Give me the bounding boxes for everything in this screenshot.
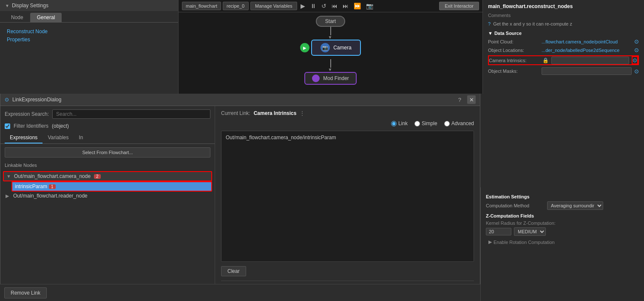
camera-node-container[interactable]: ▶ 📷 Camera xyxy=(300,40,361,56)
sp-kernel-radius-row: Kernel Radius for Z-Computation: xyxy=(486,221,639,226)
dialog-icon: ⊙ xyxy=(5,97,9,103)
sp-rotation-row[interactable]: ▶ Enable Rotation Computation xyxy=(486,238,639,247)
modfinder-icon xyxy=(312,75,320,82)
tab-variables[interactable]: Variables xyxy=(43,132,74,143)
expression-search-label: Expression Search: xyxy=(5,111,49,117)
filter-identifiers-value: (object) xyxy=(52,123,69,129)
search-row: Expression Search: xyxy=(0,106,215,122)
pause-icon[interactable]: ⏸ xyxy=(309,2,318,10)
sp-computation-method-row: Computation Method Averaging surroundir xyxy=(486,201,639,210)
sp-kernel-quality-select[interactable]: MEDIUM xyxy=(514,227,546,236)
sp-z-computation-title: Z-Computation Fields xyxy=(486,213,639,218)
sp-estimation-settings-title: Estimation Settings xyxy=(486,194,639,199)
forward-icon[interactable]: ⏩ xyxy=(352,2,363,10)
expression-search-input[interactable] xyxy=(52,109,210,119)
camera-intrinsics-input[interactable] xyxy=(551,57,629,64)
object-locations-value: ...der_node/labelledPose2dSequence xyxy=(542,48,632,53)
camera-node[interactable]: 📷 Camera xyxy=(311,40,361,56)
data-source-triangle: ▼ xyxy=(488,31,493,36)
tree-node-2[interactable]: ▶ Out/main_flowchart.reader_node xyxy=(3,192,212,200)
filter-identifiers-checkbox[interactable] xyxy=(5,123,10,129)
expand-icon-2: ▶ xyxy=(6,193,11,199)
object-masks-input[interactable] xyxy=(542,67,632,75)
tab-node[interactable]: Node xyxy=(4,13,30,22)
camera-node-label: Camera xyxy=(333,45,352,51)
modfinder-node-container[interactable]: Mod Finder xyxy=(304,72,357,85)
sp-computation-method-label: Computation Method xyxy=(486,203,545,208)
sp-computation-method-select[interactable]: Averaging surroundir xyxy=(547,201,603,210)
rp-object-locations-row: Object Locations: ...der_node/labelledPo… xyxy=(488,47,639,53)
start-node[interactable]: Start xyxy=(316,16,345,27)
reconstruct-node-link[interactable]: Reconstruct Node Properties xyxy=(0,23,178,49)
rp-point-cloud-row: Point Cloud: ...flowchart.camera_node/po… xyxy=(488,38,639,45)
filter-row: Filter Identifiers (object) xyxy=(0,122,215,132)
exit-interactor-button[interactable]: Exit Interactor xyxy=(439,2,479,10)
tree-container: ▼ Out/main_flowchart.camera_node 2 intri… xyxy=(0,169,215,301)
sp-kernel-radius-input[interactable] xyxy=(486,228,511,235)
tree-child-node-1-badge: 1 xyxy=(49,184,56,189)
flowchart-area: main_flowchart recipe_0 Manage Variables… xyxy=(179,0,482,94)
ds-tabs: Node General xyxy=(0,13,178,23)
play-icon[interactable]: ▶ xyxy=(299,2,307,10)
select-from-flowchart-button[interactable]: Select From Flowchart... xyxy=(5,147,210,158)
right-panel: main_flowchart.reconstruct_nodes Comment… xyxy=(482,0,644,94)
tree-node-1[interactable]: ▼ Out/main_flowchart.camera_node 2 xyxy=(3,171,212,181)
point-cloud-label: Point Cloud: xyxy=(488,39,539,44)
sp-kernel-inputs-row: MEDIUM xyxy=(486,227,639,236)
camera-icon: 📷 xyxy=(321,43,330,52)
link-expression-dialog: ⊙ LinkExpressionDialog ? ✕ Expression Se… xyxy=(0,94,480,301)
left-pane: Expression Search: Filter Identifiers (o… xyxy=(0,106,215,301)
camera-intrinsics-link-icon[interactable]: ⊙ xyxy=(632,56,638,64)
tree-node-1-badge: 2 xyxy=(94,174,101,179)
flowchart-canvas: Start ▶ 📷 Camera Mod Finder xyxy=(179,12,482,91)
tree-child-node-1[interactable]: intrinsicParam 1 xyxy=(11,181,212,192)
expand-icon-1: ▼ xyxy=(6,174,12,179)
camera-capture-icon[interactable]: 📷 xyxy=(364,2,375,10)
triangle-icon: ▼ xyxy=(5,3,9,8)
skip-start-icon[interactable]: ⏮ xyxy=(330,2,339,10)
refresh-icon[interactable]: ↺ xyxy=(320,2,328,10)
camera-intrinsics-label: Camera Intrinsics: xyxy=(489,58,540,63)
filter-identifiers-label: Filter Identifiers xyxy=(14,123,48,129)
link-path-value: Out/main_flowchart.camera_node/intrinsic… xyxy=(226,135,336,140)
modfinder-node-label: Mod Finder xyxy=(323,75,349,81)
dialog-overlay: ⊙ LinkExpressionDialog ? ✕ Expression Se… xyxy=(0,94,644,301)
play-circle-icon: ▶ xyxy=(300,43,309,52)
camera-intrinsics-lock-icon: 🔒 xyxy=(542,57,549,63)
tab-general[interactable]: General xyxy=(30,13,62,22)
dialog-close-button[interactable]: ✕ xyxy=(467,95,476,104)
sp-rotation-label: Enable Rotation Computation xyxy=(494,240,555,245)
tree-child-node-1-label: intrinsicParam xyxy=(15,183,47,189)
flowchart-dropdown-1[interactable]: main_flowchart xyxy=(182,2,221,10)
flowchart-toolbar: main_flowchart recipe_0 Manage Variables… xyxy=(179,0,482,12)
help-circle-icon: ? xyxy=(488,21,491,26)
arrow-1 xyxy=(330,27,331,35)
display-settings-title: Display Settings xyxy=(12,3,48,9)
rp-data-source-title: ▼ Data Source xyxy=(488,31,639,36)
point-cloud-value: ...flowchart.camera_node/pointCloud xyxy=(542,39,632,44)
current-link-menu-icon[interactable]: ⋮ xyxy=(300,110,305,116)
bottom-bar: Remove Link xyxy=(0,284,480,301)
radio-advanced[interactable]: Advanced xyxy=(444,120,474,126)
start-node-label: Start xyxy=(316,16,345,27)
object-locations-link-icon[interactable]: ⊙ xyxy=(634,47,639,53)
linkable-nodes-label: Linkable Nodes xyxy=(0,161,215,169)
tab-in[interactable]: In xyxy=(74,132,88,143)
point-cloud-link-icon[interactable]: ⊙ xyxy=(634,38,639,45)
dialog-titlebar: ⊙ LinkExpressionDialog ? ✕ xyxy=(0,94,480,106)
tab-expressions[interactable]: Expressions xyxy=(5,132,43,143)
object-masks-label: Object Masks: xyxy=(488,69,539,74)
dialog-help-button[interactable]: ? xyxy=(456,97,464,103)
skip-forward-icon[interactable]: ⏭ xyxy=(341,2,350,10)
current-link-row: Current Link: Camera Intrinsics ⋮ xyxy=(221,110,474,116)
clear-button[interactable]: Clear xyxy=(221,266,246,276)
arrow-2 xyxy=(330,59,331,68)
radio-simple[interactable]: Simple xyxy=(414,120,437,126)
remove-link-button[interactable]: Remove Link xyxy=(4,287,47,298)
radio-link[interactable]: Link xyxy=(391,120,408,126)
flowchart-dropdown-2[interactable]: recipe_0 xyxy=(223,2,249,10)
modfinder-node[interactable]: Mod Finder xyxy=(304,72,357,85)
manage-variables-button[interactable]: Manage Variables xyxy=(250,2,297,10)
current-link-value: Camera Intrinsics xyxy=(254,110,297,116)
object-masks-link-icon[interactable]: ⊙ xyxy=(634,68,639,75)
